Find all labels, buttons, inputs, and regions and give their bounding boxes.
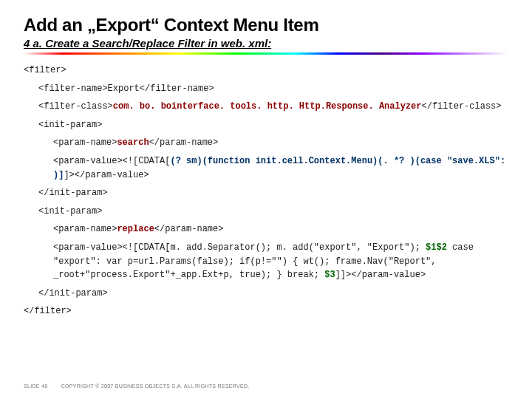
copyright: COPYRIGHT © 2007 BUSINESS OBJECTS S.A. A… (61, 383, 250, 389)
code-line: <init-param> (38, 205, 508, 219)
code-text: <param-name> (53, 224, 117, 234)
code-var: $2 (437, 242, 447, 253)
code-text: <param-value><![CDATA[m. add.Separator()… (53, 242, 426, 253)
code-text: </param-name> (154, 224, 224, 234)
code-param: replace (117, 224, 154, 234)
code-text: <param-name> (53, 137, 117, 148)
code-line: <filter-name>Export</filter-name> (38, 82, 508, 96)
code-text: ]></param-value> (64, 170, 149, 180)
code-line: <init-param> (38, 118, 508, 132)
code-block: <filter> <filter-name>Export</filter-nam… (24, 64, 508, 318)
code-text: </filter-class> (422, 101, 502, 112)
code-text: <filter-class> (38, 101, 113, 112)
code-line: <filter> (24, 64, 508, 78)
code-text: </param-name> (149, 137, 219, 148)
slide-number: SLIDE 48 (24, 383, 47, 389)
rainbow-divider (24, 52, 508, 55)
code-class: com. bo. bointerface. tools. http. Http.… (113, 101, 422, 112)
code-var: $3 (324, 270, 335, 280)
code-line: </init-param> (38, 287, 508, 301)
code-text: <param-value><![CDATA[ (53, 156, 170, 166)
code-param: search (117, 137, 149, 148)
code-line: </filter> (24, 304, 508, 318)
code-text: ]]></param-value> (335, 270, 426, 280)
code-var: $1 (426, 242, 436, 253)
code-line: </init-param> (38, 186, 508, 200)
footer: SLIDE 48 COPYRIGHT © 2007 BUSINESS OBJEC… (24, 383, 250, 389)
slide-title: Add an „Export“ Context Menu Item (24, 15, 508, 35)
slide-subtitle: 4 a. Create a Search/Replace Filter in w… (24, 37, 508, 50)
